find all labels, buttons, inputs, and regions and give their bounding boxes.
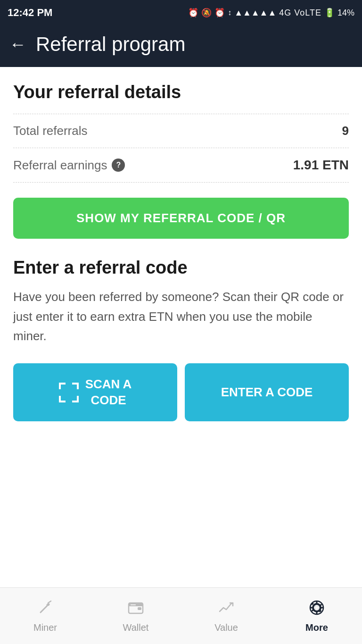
action-buttons: SCAN ACODE ENTER A CODE <box>13 363 349 422</box>
nav-label-wallet: Wallet <box>123 622 149 633</box>
referral-details-section: Your referral details Total referrals 9 … <box>13 82 349 183</box>
header: ← Referral program <box>0 25 362 67</box>
svg-rect-11 <box>310 607 313 608</box>
battery-percent: 14% <box>337 8 354 18</box>
nav-item-value[interactable]: Value <box>181 588 272 644</box>
svg-line-1 <box>48 601 51 603</box>
wallet-icon <box>127 599 144 619</box>
signal-icon: ▲▲▲▲▲ <box>234 8 276 18</box>
total-referrals-value: 9 <box>342 124 349 138</box>
referral-details-title: Your referral details <box>13 82 349 102</box>
alarm-icon: ⏰ <box>188 8 198 18</box>
svg-rect-4 <box>138 607 141 610</box>
network-label: 4G VoLTE <box>279 8 321 18</box>
help-icon[interactable]: ? <box>112 159 125 172</box>
svg-rect-9 <box>316 601 318 603</box>
total-referrals-label: Total referrals <box>13 124 88 138</box>
svg-point-17 <box>315 606 319 610</box>
battery-icon: 🔋 <box>324 8 335 18</box>
total-referrals-row: Total referrals 9 <box>13 114 349 148</box>
back-button[interactable]: ← <box>9 36 26 53</box>
nav-item-wallet[interactable]: Wallet <box>90 588 181 644</box>
status-time: 12:42 PM <box>8 7 52 19</box>
svg-line-0 <box>41 606 47 612</box>
main-content: Your referral details Total referrals 9 … <box>0 67 362 587</box>
status-icons: ⏰ 🔕 ⏰ ↕ ▲▲▲▲▲ 4G VoLTE 🔋 14% <box>188 8 354 18</box>
enter-code-title: Enter a referral code <box>13 258 349 278</box>
nav-label-value: Value <box>214 622 238 633</box>
svg-rect-10 <box>316 612 318 614</box>
page-title: Referral program <box>36 33 185 56</box>
referral-earnings-value: 1.91 ETN <box>293 158 349 173</box>
nav-item-miner[interactable]: Miner <box>0 588 90 644</box>
miner-icon <box>37 599 54 619</box>
value-icon <box>218 599 235 619</box>
enter-code-section: Enter a referral code Have you been refe… <box>13 258 349 421</box>
bottom-nav: Miner Wallet Value <box>0 587 362 644</box>
show-referral-code-button[interactable]: SHOW MY REFERRAL CODE / QR <box>13 198 349 239</box>
scan-qr-icon <box>59 383 79 402</box>
referral-earnings-row: Referral earnings ? 1.91 ETN <box>13 148 349 183</box>
mute-icon: 🔕 <box>201 8 212 18</box>
enter-code-description: Have you been referred by someone? Scan … <box>13 287 349 346</box>
nav-item-more[interactable]: gear More <box>272 588 362 644</box>
clock-icon: ⏰ <box>214 8 225 18</box>
more-icon: gear <box>308 599 325 619</box>
svg-rect-12 <box>321 607 323 608</box>
nav-label-more: More <box>305 622 328 633</box>
scan-code-button[interactable]: SCAN ACODE <box>13 363 177 422</box>
data-icon: ↕ <box>228 8 231 17</box>
referral-earnings-label: Referral earnings ? <box>13 158 125 173</box>
enter-code-button[interactable]: ENTER A CODE <box>185 363 349 422</box>
nav-label-miner: Miner <box>33 622 57 633</box>
scan-button-label: SCAN ACODE <box>85 376 132 409</box>
status-bar: 12:42 PM ⏰ 🔕 ⏰ ↕ ▲▲▲▲▲ 4G VoLTE 🔋 14% <box>0 0 362 25</box>
